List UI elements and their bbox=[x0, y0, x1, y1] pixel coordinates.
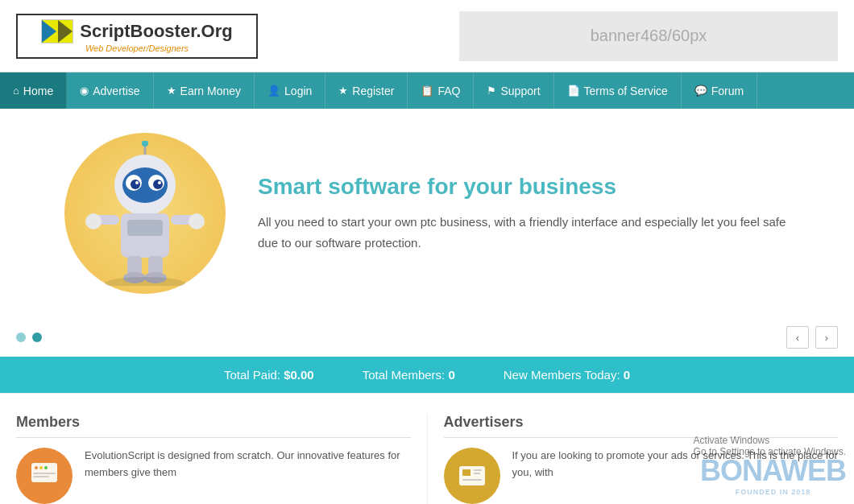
new-members-value: 0 bbox=[624, 368, 630, 382]
svg-point-9 bbox=[135, 181, 139, 184]
faq-icon: 📋 bbox=[421, 85, 433, 97]
prev-arrow[interactable]: ‹ bbox=[786, 326, 809, 349]
header: ScriptBooster.Org Web Developer/Designer… bbox=[0, 0, 854, 72]
support-icon: ⚑ bbox=[487, 85, 496, 97]
nav-faq[interactable]: 📋 FAQ bbox=[408, 72, 474, 109]
svg-point-25 bbox=[35, 466, 38, 469]
advertisers-section: Advertisers If you are looking to promot… bbox=[427, 414, 839, 504]
svg-rect-33 bbox=[474, 473, 480, 474]
dot-2[interactable] bbox=[32, 333, 42, 342]
svg-point-8 bbox=[153, 180, 163, 189]
svg-point-26 bbox=[39, 466, 43, 469]
svg-rect-34 bbox=[462, 479, 482, 481]
svg-point-15 bbox=[85, 213, 102, 229]
forum-icon: 💬 bbox=[694, 85, 707, 97]
next-arrow[interactable]: › bbox=[815, 326, 838, 349]
total-members-stat: Total Members: 0 bbox=[363, 368, 455, 382]
robot-image bbox=[64, 133, 226, 294]
nav-forum[interactable]: 💬 Forum bbox=[682, 72, 757, 109]
logo-name: ScriptBooster.Org bbox=[80, 21, 232, 42]
slider-controls: ‹ › bbox=[0, 318, 854, 357]
nav-earn-money[interactable]: ★ Earn Money bbox=[154, 72, 255, 109]
total-paid-value: $0.00 bbox=[284, 368, 314, 382]
svg-rect-29 bbox=[33, 476, 49, 477]
svg-point-10 bbox=[158, 181, 161, 184]
hero-slider: Smart software for your business All you… bbox=[0, 109, 854, 318]
advertisers-icon bbox=[444, 448, 500, 504]
total-members-value: 0 bbox=[448, 368, 454, 382]
members-section: Members EvolutionScript is designed from… bbox=[16, 414, 427, 504]
logo[interactable]: ScriptBooster.Org Web Developer/Designer… bbox=[16, 14, 258, 59]
svg-rect-32 bbox=[474, 469, 482, 471]
svg-rect-30 bbox=[459, 466, 485, 485]
nav-home[interactable]: ⌂ Home bbox=[0, 72, 67, 109]
svg-point-22 bbox=[142, 141, 148, 147]
stats-bar: Total Paid: $0.00 Total Members: 0 New M… bbox=[0, 357, 854, 393]
svg-point-7 bbox=[131, 180, 140, 189]
new-members-stat: New Members Today: 0 bbox=[504, 368, 630, 382]
svg-rect-12 bbox=[127, 220, 163, 236]
main-nav: ⌂ Home ◉ Advertise ★ Earn Money 👤 Login … bbox=[0, 72, 854, 109]
logo-tagline: Web Developer/Designers bbox=[85, 43, 189, 53]
svg-rect-31 bbox=[462, 469, 471, 476]
slider-arrows: ‹ › bbox=[786, 326, 838, 349]
nav-register[interactable]: ★ Register bbox=[325, 72, 408, 109]
banner: banner468/60px bbox=[459, 11, 838, 61]
total-paid-stat: Total Paid: $0.00 bbox=[224, 368, 314, 382]
content-sections: Members EvolutionScript is designed from… bbox=[0, 393, 854, 504]
slider-text: Smart software for your business All you… bbox=[258, 174, 790, 253]
logo-icon bbox=[41, 19, 73, 43]
slider-heading: Smart software for your business bbox=[258, 174, 790, 200]
login-icon: 👤 bbox=[267, 85, 280, 97]
advertise-icon: ◉ bbox=[80, 85, 89, 97]
svg-rect-28 bbox=[33, 473, 56, 474]
members-body: EvolutionScript is designed from scratch… bbox=[85, 448, 411, 504]
slider-body: All you need to start your own ptc busin… bbox=[258, 212, 790, 253]
nav-advertise[interactable]: ◉ Advertise bbox=[67, 72, 153, 109]
tos-icon: 📄 bbox=[567, 85, 580, 97]
nav-support[interactable]: ⚑ Support bbox=[474, 72, 553, 109]
svg-point-23 bbox=[105, 277, 185, 286]
earn-icon: ★ bbox=[167, 85, 176, 97]
advertisers-body: If you are looking to promote your ads o… bbox=[512, 448, 839, 504]
svg-point-16 bbox=[189, 213, 205, 229]
svg-point-27 bbox=[44, 466, 48, 469]
nav-login[interactable]: 👤 Login bbox=[255, 72, 325, 109]
slider-dots bbox=[16, 333, 42, 342]
advertisers-title: Advertisers bbox=[444, 414, 839, 438]
members-title: Members bbox=[16, 414, 411, 438]
members-icon bbox=[16, 448, 73, 504]
home-icon: ⌂ bbox=[13, 85, 19, 97]
nav-tos[interactable]: 📄 Terms of Service bbox=[554, 72, 682, 109]
register-icon: ★ bbox=[338, 85, 348, 97]
dot-1[interactable] bbox=[16, 333, 26, 342]
